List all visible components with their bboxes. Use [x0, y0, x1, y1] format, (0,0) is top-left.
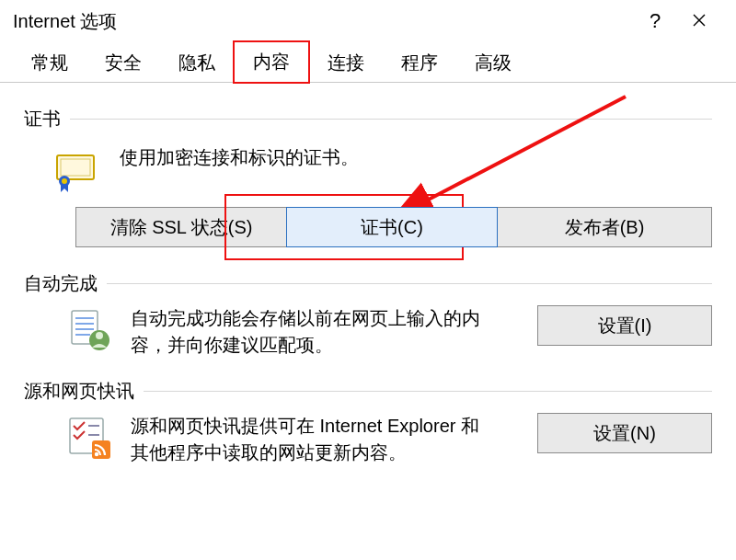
tab-strip: 常规 安全 隐私 内容 连接 程序 高级 [0, 42, 736, 83]
autocomplete-icon [66, 305, 114, 353]
tab-label: 安全 [105, 52, 142, 73]
group-certificates: 证书 [24, 107, 712, 131]
close-icon [692, 9, 707, 33]
tab-general[interactable]: 常规 [13, 43, 86, 83]
autocomplete-desc: 自动完成功能会存储以前在网页上输入的内容，并向你建议匹配项。 [131, 305, 480, 359]
window-title: Internet 选项 [13, 9, 117, 34]
titlebar: Internet 选项 ? [0, 0, 736, 42]
feeds-settings-button[interactable]: 设置(N) [537, 413, 712, 453]
tab-label: 内容 [253, 51, 290, 72]
svg-point-16 [95, 452, 98, 456]
group-rule [107, 283, 712, 284]
group-heading-label: 证书 [24, 107, 61, 131]
button-label: 证书(C) [361, 215, 423, 240]
clear-ssl-button[interactable]: 清除 SSL 状态(S) [75, 207, 287, 247]
group-rule [70, 119, 712, 120]
feeds-desc: 源和网页快讯提供可在 Internet Explorer 和其他程序中读取的网站… [131, 413, 480, 466]
tab-label: 隐私 [178, 52, 215, 73]
publishers-button[interactable]: 发布者(B) [497, 207, 712, 247]
button-label: 设置(I) [598, 314, 652, 338]
button-label: 发布者(B) [565, 215, 645, 240]
certificates-desc: 使用加密连接和标识的证书。 [120, 144, 359, 192]
tab-connections[interactable]: 连接 [309, 43, 383, 83]
svg-point-11 [96, 332, 103, 339]
group-heading-label: 源和网页快讯 [24, 379, 134, 404]
tab-content[interactable]: 内容 [234, 41, 309, 83]
tab-label: 常规 [31, 52, 68, 73]
tab-privacy[interactable]: 隐私 [160, 43, 234, 83]
tab-advanced[interactable]: 高级 [456, 43, 530, 83]
content-panel: 证书 使用加密连接和标识的证书。 清除 SSL 状态(S) 证书(C) 发布者(… [0, 83, 736, 466]
tab-label: 高级 [475, 52, 512, 73]
group-rule [144, 391, 712, 392]
close-button[interactable] [677, 0, 721, 42]
tab-security[interactable]: 安全 [86, 43, 160, 83]
certificate-icon [52, 144, 99, 192]
button-label: 清除 SSL 状态(S) [110, 215, 253, 240]
help-icon: ? [650, 9, 661, 33]
tab-label: 程序 [401, 52, 438, 73]
autocomplete-settings-button[interactable]: 设置(I) [537, 305, 712, 346]
group-feeds: 源和网页快讯 [24, 379, 712, 404]
svg-point-3 [62, 178, 67, 184]
feeds-icon [66, 413, 114, 461]
group-heading-label: 自动完成 [24, 271, 98, 296]
tab-programs[interactable]: 程序 [383, 43, 456, 83]
button-label: 设置(N) [593, 421, 656, 446]
certificates-button[interactable]: 证书(C) [286, 207, 498, 247]
help-button[interactable]: ? [633, 0, 677, 42]
tab-label: 连接 [328, 52, 364, 73]
certificates-button-row: 清除 SSL 状态(S) 证书(C) 发布者(B) [24, 207, 712, 247]
group-autocomplete: 自动完成 [24, 271, 712, 296]
